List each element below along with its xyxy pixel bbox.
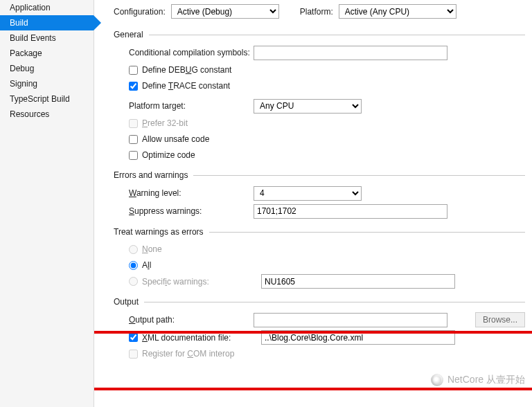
warning-level-select[interactable]: 4 (254, 186, 362, 201)
group-title: Errors and warnings (114, 170, 188, 180)
sidebar-item-application[interactable]: Application (0, 0, 94, 15)
sidebar-item-typescript-build[interactable]: TypeScript Build (0, 91, 94, 107)
sidebar-item-build[interactable]: Build (0, 15, 94, 30)
conditional-symbols-label: Conditional compilation symbols: (129, 48, 254, 57)
prefer-32bit-label: Prefer 32-bit (142, 118, 188, 128)
allow-unsafe-label: Allow unsafe code (142, 134, 209, 144)
sidebar-item-build-events[interactable]: Build Events (0, 30, 94, 46)
sidebar-item-label: Resources (10, 109, 49, 119)
allow-unsafe-checkbox[interactable] (129, 135, 138, 144)
sidebar-item-label: TypeScript Build (10, 94, 70, 104)
treat-none-label: None (142, 244, 162, 254)
register-com-label: Register for COM interop (142, 349, 234, 359)
optimize-code-checkbox[interactable] (129, 151, 138, 160)
platform-target-label: Platform target: (129, 101, 254, 111)
define-debug-checkbox[interactable] (129, 66, 138, 75)
define-trace-checkbox[interactable] (129, 82, 138, 91)
sidebar-item-label: Build Events (10, 33, 56, 43)
content-area: Configuration: Active (Debug) Platform: … (94, 0, 532, 407)
sidebar-item-resources[interactable]: Resources (0, 107, 94, 122)
optimize-code-label: Optimize code (142, 150, 195, 160)
treat-none-radio (129, 245, 138, 254)
register-com-checkbox (129, 350, 138, 359)
sidebar-item-label: Package (10, 48, 42, 58)
group-title: General (114, 30, 143, 39)
platform-target-select[interactable]: Any CPU (254, 99, 362, 114)
group-header-output: Output (114, 297, 525, 307)
configuration-select[interactable]: Active (Debug) (171, 4, 279, 19)
treat-specific-input[interactable] (261, 274, 455, 289)
xml-doc-label: XML documentation file: (142, 333, 257, 343)
prefer-32bit-checkbox (129, 119, 138, 128)
watermark-logo-icon (431, 374, 443, 386)
top-selector-row: Configuration: Active (Debug) Platform: … (114, 4, 525, 19)
treat-all-radio[interactable] (129, 261, 138, 270)
treat-all-label: All (142, 260, 151, 270)
browse-button[interactable]: Browse... (475, 312, 525, 327)
xml-doc-input[interactable] (261, 330, 455, 345)
treat-specific-radio (129, 277, 138, 286)
suppress-warnings-input[interactable] (254, 204, 447, 219)
platform-label: Platform: (300, 7, 333, 17)
conditional-symbols-input[interactable] (254, 46, 447, 60)
group-header-treat: Treat warnings as errors (114, 227, 525, 237)
sidebar-item-label: Debug (10, 64, 34, 73)
sidebar-item-package[interactable]: Package (0, 46, 94, 61)
define-trace-label: Define TRACE constant (142, 81, 230, 91)
watermark: NetCore 从壹开始 (431, 374, 525, 386)
treat-specific-label: Specific warnings: (142, 277, 257, 287)
sidebar-item-signing[interactable]: Signing (0, 76, 94, 91)
warning-level-label: Warning level: (129, 188, 254, 198)
sidebar: Application Build Build Events Package D… (0, 0, 94, 407)
output-path-label: Output path: (129, 315, 254, 325)
group-title: Output (114, 297, 139, 307)
suppress-warnings-label: Suppress warnings: (129, 206, 254, 216)
sidebar-item-label: Build (10, 18, 28, 28)
define-debug-label: Define DEBUG constant (142, 65, 231, 75)
group-header-errors: Errors and warnings (114, 170, 525, 180)
output-path-input[interactable] (254, 313, 447, 327)
sidebar-item-debug[interactable]: Debug (0, 61, 94, 76)
group-header-general: General (114, 30, 525, 39)
platform-select[interactable]: Active (Any CPU) (339, 4, 456, 19)
sidebar-item-label: Signing (10, 79, 37, 89)
watermark-text: NetCore 从壹开始 (447, 374, 525, 386)
configuration-label: Configuration: (114, 7, 166, 17)
xml-doc-checkbox[interactable] (129, 333, 138, 342)
group-title: Treat warnings as errors (114, 227, 204, 237)
sidebar-item-label: Application (10, 3, 51, 12)
